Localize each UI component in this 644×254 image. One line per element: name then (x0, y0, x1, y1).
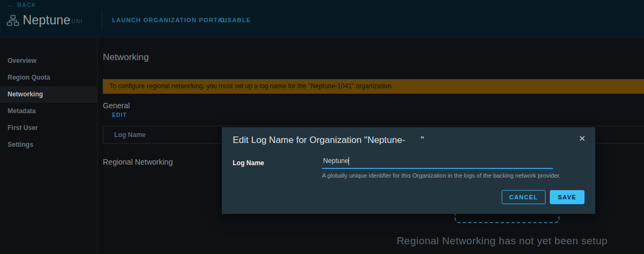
back-label: BACK (17, 2, 36, 8)
sidebar: Overview Region Quota Networking Metadat… (0, 38, 97, 254)
dialog-buttons: CANCEL SAVE (502, 190, 584, 204)
page-title: Networking (103, 52, 149, 63)
log-name-helper-text: A globally unique identifier for this Or… (322, 172, 561, 179)
org-title-suffix: UNI (71, 18, 82, 24)
save-button[interactable]: SAVE (550, 190, 584, 204)
log-name-field-label: Log Name (233, 159, 264, 167)
sidebar-item-region-quota[interactable]: Region Quota (0, 69, 97, 86)
general-section-title: General (103, 101, 130, 110)
header-divider (102, 12, 102, 29)
back-button[interactable]: ←BACK (8, 2, 36, 8)
edit-log-name-dialog: Edit Log Name for Organization "Neptune-… (222, 127, 595, 214)
sidebar-item-overview[interactable]: Overview (0, 53, 97, 69)
org-title: Neptune (23, 13, 70, 28)
dialog-title: Edit Log Name for Organization "Neptune-… (233, 135, 424, 146)
app-window: ←BACK Neptune UNI LAUNCH ORGANIZATION PO… (0, 0, 644, 254)
org-chart-icon (6, 14, 19, 27)
header: ←BACK Neptune UNI LAUNCH ORGANIZATION PO… (0, 0, 644, 38)
regional-networking-empty-message: Regional Networking has not yet been set… (397, 235, 608, 247)
regional-networking-section-title: Regional Networking (103, 158, 173, 166)
cancel-button[interactable]: CANCEL (502, 190, 546, 204)
sidebar-item-networking[interactable]: Networking (0, 86, 97, 103)
launch-organization-portal-button[interactable]: LAUNCH ORGANIZATION PORTAL (112, 17, 227, 23)
arrow-left-icon: ← (8, 2, 14, 8)
sidebar-item-settings[interactable]: Settings (0, 136, 97, 153)
org-brand: Neptune UNI (6, 13, 83, 28)
text-caret (349, 157, 349, 165)
warning-banner: To configure regional networking, you mu… (103, 79, 644, 94)
disable-button[interactable]: DISABLE (220, 17, 251, 23)
edit-button[interactable]: EDIT (112, 112, 127, 118)
log-name-input-wrap (322, 155, 553, 169)
sidebar-item-first-user[interactable]: First User (0, 120, 97, 136)
close-icon[interactable]: ✕ (579, 134, 586, 142)
sidebar-item-metadata[interactable]: Metadata (0, 103, 97, 120)
log-name-input[interactable] (322, 155, 553, 169)
